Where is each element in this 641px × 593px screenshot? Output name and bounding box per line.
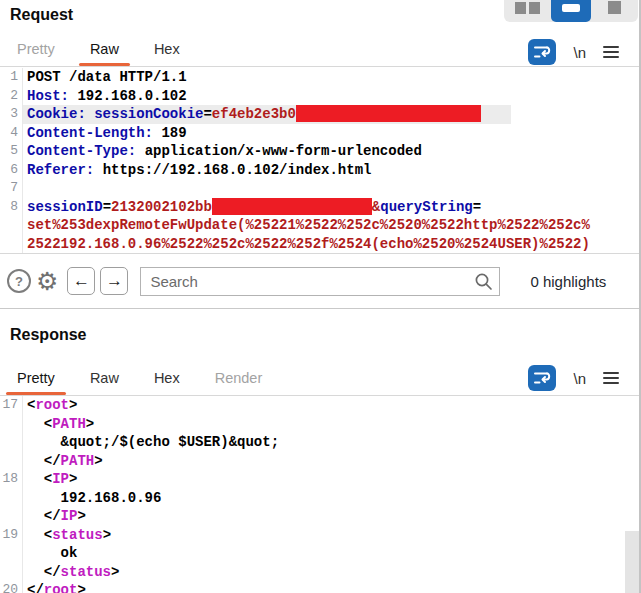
code-text: <PATH> <box>23 415 94 434</box>
redaction-block <box>212 198 372 215</box>
line-number: 17 <box>0 396 23 415</box>
code-line: 18 <IP> <box>0 470 641 489</box>
line-number <box>0 452 23 471</box>
help-button[interactable]: ? <box>7 269 31 293</box>
tab-raw[interactable]: Raw <box>79 35 130 66</box>
layout-toggle-group <box>504 0 638 22</box>
word-wrap-icon <box>532 42 552 62</box>
line-number: 6 <box>0 161 23 180</box>
line-number <box>0 489 23 508</box>
code-line: 1POST /data HTTP/1.1 <box>0 68 641 87</box>
layout-columns-button[interactable] <box>508 0 548 22</box>
arrow-right-icon: → <box>106 271 123 291</box>
line-number: 5 <box>0 142 23 161</box>
word-wrap-toggle-button[interactable] <box>528 365 556 391</box>
redaction-block <box>296 105 481 122</box>
hamburger-menu-button[interactable] <box>603 370 619 387</box>
code-line: <PATH> <box>0 415 641 434</box>
next-match-button[interactable]: → <box>100 267 128 295</box>
search-bar: ? ⚙ ← → 0 highlights <box>0 254 641 309</box>
request-editor-toolbar: \n <box>528 39 641 65</box>
response-tabs: PrettyRawHexRender <box>6 364 286 395</box>
previous-match-button[interactable]: ← <box>67 267 95 295</box>
code-line: </PATH> <box>0 452 641 471</box>
code-text: ok <box>23 544 77 563</box>
tab-pretty[interactable]: Pretty <box>6 364 66 395</box>
layout-rows-button[interactable] <box>551 0 591 22</box>
code-text: 192.168.0.96 <box>23 489 161 508</box>
code-line: 7 <box>0 179 641 198</box>
hamburger-icon <box>603 46 619 48</box>
code-line: 19 <status> <box>0 526 641 545</box>
code-text: Content-Length: 189 <box>23 124 187 143</box>
code-line: 20</root> <box>0 581 641 593</box>
code-line: 2522192.168.0.96%2522%252c%2522%252f%252… <box>0 235 641 254</box>
search-field-wrap <box>140 267 500 296</box>
word-wrap-toggle-button[interactable] <box>528 39 556 65</box>
tab-pretty[interactable]: Pretty <box>6 35 66 66</box>
request-panel: Request PrettyRawHex \n 1POST /data HTTP… <box>0 0 641 309</box>
newline-toggle[interactable]: \n <box>573 44 586 61</box>
search-icon <box>474 272 493 291</box>
code-text: sessionID=2132002102bb&queryString= <box>23 198 481 217</box>
search-input[interactable] <box>140 267 500 296</box>
response-editor[interactable]: 17<root> <PATH> &quot;/$(echo $USER)&quo… <box>0 395 641 593</box>
code-text: POST /data HTTP/1.1 <box>23 68 187 87</box>
search-settings-button[interactable]: ⚙ <box>36 269 58 294</box>
highlights-count: 0 highlights <box>530 273 606 290</box>
response-editor-toolbar: \n <box>528 365 641 391</box>
tab-render[interactable]: Render <box>204 364 274 395</box>
code-line: ok <box>0 544 641 563</box>
code-line: 192.168.0.96 <box>0 489 641 508</box>
tab-raw[interactable]: Raw <box>79 364 130 395</box>
code-line: 6Referer: https://192.168.0.102/index.ht… <box>0 161 641 180</box>
request-title: Request <box>10 6 73 23</box>
tab-hex[interactable]: Hex <box>143 364 191 395</box>
code-line: 3Cookie: sessionCookie=ef4eb2e3b0 <box>0 105 641 124</box>
code-text: <IP> <box>23 470 77 489</box>
single-pane-icon <box>608 1 621 14</box>
code-line: 2Host: 192.168.0.102 <box>0 87 641 106</box>
line-number <box>0 563 23 582</box>
code-text: <status> <box>23 526 111 545</box>
newline-toggle[interactable]: \n <box>573 370 586 387</box>
line-number: 20 <box>0 581 23 593</box>
line-number <box>0 216 23 235</box>
code-text: 2522192.168.0.96%2522%252c%2522%252f%252… <box>23 235 590 254</box>
line-number: 7 <box>0 179 23 198</box>
response-tab-row: PrettyRawHexRender \n <box>0 353 641 395</box>
column-pane-icon <box>515 2 526 14</box>
code-line: </IP> <box>0 507 641 526</box>
code-line: 5Content-Type: application/x-www-form-ur… <box>0 142 641 161</box>
request-tabs: PrettyRawHex <box>6 35 204 66</box>
tab-hex[interactable]: Hex <box>143 35 191 66</box>
arrow-left-icon: ← <box>73 271 90 291</box>
code-line: 8sessionID=2132002102bb&queryString= <box>0 198 641 217</box>
code-text: Cookie: sessionCookie=ef4eb2e3b0 <box>23 105 511 124</box>
code-text: Referer: https://192.168.0.102/index.htm… <box>23 161 371 180</box>
response-panel: Response PrettyRawHexRender \n 17<root> … <box>0 309 641 593</box>
request-tab-row: PrettyRawHex \n <box>0 30 641 66</box>
line-number: 18 <box>0 470 23 489</box>
row-pane-icon <box>562 4 580 12</box>
column-pane-icon <box>529 2 540 14</box>
code-text: </status> <box>23 563 119 582</box>
code-text: <root> <box>23 396 77 415</box>
line-number: 3 <box>0 105 23 124</box>
line-number <box>0 544 23 563</box>
layout-single-button[interactable] <box>595 0 635 22</box>
line-number: 4 <box>0 124 23 143</box>
request-editor[interactable]: 1POST /data HTTP/1.12Host: 192.168.0.102… <box>0 66 641 254</box>
response-header: Response <box>0 309 641 353</box>
hamburger-icon <box>603 372 619 374</box>
scrollbar-thumb[interactable] <box>625 531 639 593</box>
question-icon: ? <box>15 274 23 289</box>
code-line: </status> <box>0 563 641 582</box>
word-wrap-icon <box>532 368 552 388</box>
code-text: </IP> <box>23 507 86 526</box>
code-text: set%253dexpRemoteFwUpdate(%25221%2522%25… <box>23 216 590 235</box>
code-line: 17<root> <box>0 396 641 415</box>
code-text: Content-Type: application/x-www-form-url… <box>23 142 422 161</box>
code-text: Host: 192.168.0.102 <box>23 87 187 106</box>
hamburger-menu-button[interactable] <box>603 44 619 61</box>
